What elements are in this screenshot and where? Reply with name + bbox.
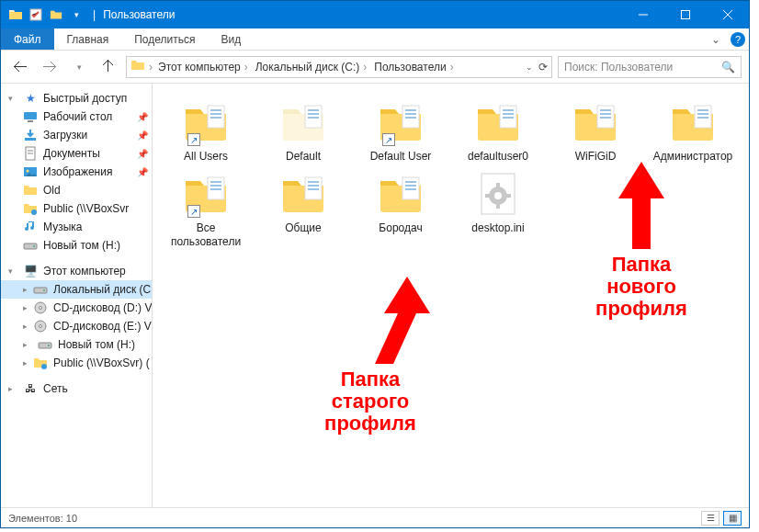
svg-rect-2: [682, 11, 690, 19]
search-input[interactable]: Поиск: Пользователи 🔍: [558, 56, 742, 78]
up-button[interactable]: 🡡: [96, 55, 120, 79]
sidebar-item[interactable]: Загрузки📌: [1, 126, 152, 144]
sidebar-this-pc[interactable]: ▾ 🖥️ Этот компьютер: [1, 262, 152, 280]
svg-rect-46: [697, 109, 708, 111]
address-bar[interactable]: › Этот компьютер› Локальный диск (C:)› П…: [126, 56, 552, 78]
folder-icon: ↗: [180, 168, 232, 220]
search-icon: 🔍: [721, 61, 735, 74]
properties-icon[interactable]: [28, 7, 43, 22]
network-icon: 🖧: [23, 381, 38, 396]
breadcrumb[interactable]: Локальный диск (C:)›: [254, 61, 369, 74]
file-label: Бородач: [379, 221, 422, 234]
view-large-icons-button[interactable]: ▦: [723, 511, 742, 526]
svg-rect-43: [600, 113, 611, 115]
svg-point-24: [41, 364, 47, 369]
window-title: Пользователи: [103, 8, 622, 21]
svg-rect-39: [503, 113, 514, 115]
svg-rect-36: [405, 117, 416, 119]
sidebar-item[interactable]: Музыка: [1, 218, 152, 236]
drive-icon: [23, 238, 38, 253]
svg-rect-58: [405, 181, 416, 183]
folder-icon: ↗: [180, 96, 232, 148]
shortcut-overlay-icon: ↗: [187, 205, 200, 218]
breadcrumb[interactable]: Этот компьютер›: [156, 61, 250, 74]
sidebar-item[interactable]: Old: [1, 181, 152, 199]
sidebar-item[interactable]: ▸CD-дисковод (D:) V: [1, 299, 152, 317]
chevron-right-icon[interactable]: ›: [450, 61, 454, 74]
tab-file[interactable]: Файл: [1, 28, 54, 50]
svg-rect-66: [485, 194, 491, 198]
sidebar-item-label: Сеть: [43, 382, 68, 395]
sidebar-network[interactable]: ▸ 🖧 Сеть: [1, 379, 152, 398]
caret-right-icon[interactable]: ▸: [23, 358, 28, 368]
file-item[interactable]: Бородач: [357, 168, 445, 248]
breadcrumb[interactable]: Пользователи›: [372, 61, 455, 74]
sidebar-item[interactable]: Документы📌: [1, 144, 152, 163]
sidebar-item[interactable]: Рабочий стол📌: [1, 108, 152, 126]
chevron-right-icon[interactable]: ›: [244, 61, 248, 74]
file-item[interactable]: Общие: [259, 168, 347, 248]
tab-main[interactable]: Главная: [54, 28, 122, 50]
svg-rect-34: [405, 109, 416, 111]
explorer-window: ▾ | Пользователи Файл Главная Поделиться…: [0, 0, 750, 528]
sidebar-item[interactable]: ▸Public (\\VBoxSvr) (: [1, 354, 152, 372]
file-item[interactable]: ↗All Users: [162, 96, 250, 163]
pin-icon: 📌: [137, 167, 148, 177]
help-button[interactable]: ?: [727, 28, 749, 50]
folder-icon: [278, 96, 329, 148]
svg-rect-44: [600, 117, 611, 119]
minimize-button[interactable]: [622, 1, 664, 28]
drive-icon: [33, 282, 48, 297]
maximize-button[interactable]: [664, 1, 707, 28]
sidebar-item-label: Быстрый доступ: [43, 92, 127, 105]
folder-icon: [278, 168, 329, 220]
recent-locations-button[interactable]: ▾: [67, 55, 91, 79]
chevron-right-icon[interactable]: ›: [363, 61, 367, 74]
view-details-button[interactable]: ☰: [701, 511, 719, 526]
sidebar-quick-access[interactable]: ▾ ★ Быстрый доступ: [1, 89, 152, 108]
sidebar-item[interactable]: ▸CD-дисковод (E:) V: [1, 317, 152, 335]
caret-right-icon[interactable]: ▸: [23, 322, 28, 331]
file-item[interactable]: defaultuser0: [454, 96, 542, 163]
sidebar-item[interactable]: Новый том (H:): [1, 236, 152, 255]
folder-icon: [8, 7, 23, 22]
caret-right-icon[interactable]: ▸: [8, 384, 17, 393]
sidebar-item-label: Музыка: [43, 221, 82, 233]
sidebar-item[interactable]: Изображения📌: [1, 163, 152, 181]
file-list[interactable]: ↗All UsersDefault↗Default Userdefaultuse…: [153, 84, 749, 507]
close-button[interactable]: [707, 1, 749, 28]
file-item[interactable]: ↗Все пользователи: [162, 168, 250, 248]
caret-down-icon[interactable]: ▾: [8, 94, 17, 103]
sidebar-item[interactable]: ▸Новый том (H:): [1, 335, 152, 354]
chevron-right-icon[interactable]: ›: [149, 61, 153, 74]
search-placeholder: Поиск: Пользователи: [564, 61, 673, 74]
address-dropdown-icon[interactable]: ⌄: [526, 62, 533, 72]
help-icon: ?: [731, 32, 745, 47]
pin-icon: 📌: [137, 149, 148, 159]
caret-down-icon[interactable]: ▾: [8, 266, 17, 276]
ribbon-tabs: Файл Главная Поделиться Вид ⌄ ?: [1, 28, 749, 51]
caret-right-icon[interactable]: ▸: [23, 303, 28, 312]
file-label: Все пользователи: [162, 221, 250, 248]
ribbon-expand-icon[interactable]: ⌄: [705, 28, 727, 50]
forward-button[interactable]: 🡢: [38, 55, 62, 79]
tab-share[interactable]: Поделиться: [121, 28, 208, 50]
tab-view[interactable]: Вид: [208, 28, 254, 50]
file-item[interactable]: Default: [259, 96, 347, 163]
titlebar: ▾ | Пользователи: [1, 1, 749, 28]
file-item[interactable]: WiFiGiD: [551, 96, 640, 163]
folder-icon: [667, 96, 719, 148]
caret-right-icon[interactable]: ▸: [23, 285, 28, 294]
file-label: All Users: [184, 150, 228, 163]
qat-more-icon[interactable]: ▾: [69, 7, 84, 22]
sidebar-item[interactable]: ▸Локальный диск (C: [1, 280, 152, 299]
file-item[interactable]: Администратор: [649, 96, 737, 163]
refresh-button[interactable]: ⟳: [538, 61, 548, 74]
sidebar-item[interactable]: Public (\\VBoxSvr: [1, 199, 152, 218]
caret-right-icon[interactable]: ▸: [23, 340, 32, 349]
file-item[interactable]: desktop.ini: [454, 168, 542, 248]
back-button[interactable]: 🡠: [8, 55, 32, 79]
svg-rect-56: [308, 188, 319, 190]
svg-rect-5: [24, 112, 37, 119]
file-item[interactable]: ↗Default User: [357, 96, 445, 163]
